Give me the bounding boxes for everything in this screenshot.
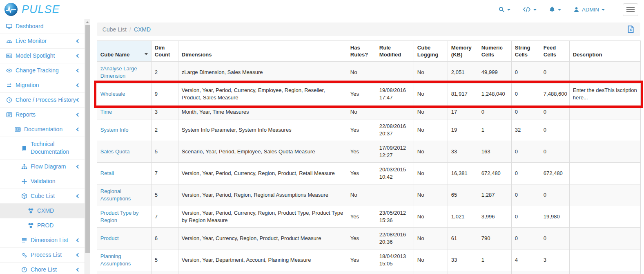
sidebar-item-label: Technical Documentation: [31, 140, 81, 156]
column-header-string-cells[interactable]: String Cells: [511, 41, 540, 62]
column-header-has-rules[interactable]: Has Rules?: [347, 41, 376, 62]
sidebar-item-model-spotlight[interactable]: Model Spotlight: [0, 49, 85, 63]
sidebar-item-technical-documentation[interactable]: Technical Documentation: [0, 137, 85, 159]
column-header-numeric-cells[interactable]: Numeric Cells: [478, 41, 511, 62]
cell-cube-name: Regional Assumptions: [97, 184, 151, 206]
sidebar-item-chore-list[interactable]: Chore List: [0, 263, 85, 274]
cell-string-cells: 0: [511, 163, 540, 184]
sidebar-item-documentation[interactable]: Documentation: [0, 122, 85, 137]
cell-memory-kb: 19: [448, 119, 478, 141]
chevron-left-icon: [76, 238, 80, 243]
newspaper-icon: [6, 53, 13, 59]
breadcrumb: Cube List / CXMD x: [97, 22, 640, 36]
newspaper-icon: [15, 126, 22, 133]
column-header-cube-name[interactable]: Cube Name: [97, 41, 151, 62]
cell-string-cells: 0: [511, 62, 540, 83]
sidebar-item-dimension-list[interactable]: Dimension List: [0, 233, 85, 248]
column-header-dimensions[interactable]: Dimensions: [178, 41, 347, 62]
chevron-left-icon: [76, 69, 80, 73]
cube-link[interactable]: Wholesale: [100, 91, 125, 97]
excel-export-icon[interactable]: x: [627, 25, 635, 33]
cell-numeric-cells: 1,248,040: [478, 83, 511, 105]
svg-text:x: x: [630, 27, 632, 32]
cube-table-header: Cube NameDim CountDimensionsHas Rules?Ru…: [97, 41, 640, 62]
sidebar-item-migration[interactable]: Migration: [0, 78, 85, 93]
cell-dim-count: 3: [151, 105, 178, 119]
chevron-down-icon: [507, 9, 510, 11]
sidebar-item-chore-process-history[interactable]: Chore / Process History: [0, 93, 85, 108]
chevron-left-icon: [76, 98, 80, 102]
sidebar-item-cxmd[interactable]: CXMD: [0, 204, 85, 218]
sidebar-item-validation[interactable]: Validation: [0, 174, 85, 189]
cell-cube-logging: No: [414, 141, 448, 163]
chevron-down-icon: [558, 9, 561, 11]
cell-string-cells: 0: [511, 206, 540, 228]
cube-link[interactable]: zAnalyse Large Dimension: [100, 65, 137, 79]
gauge-icon: [6, 38, 13, 44]
chevron-left-icon: [76, 128, 80, 132]
user-label: ADMIN: [582, 7, 599, 13]
cubes-icon: [28, 222, 35, 229]
cube-link[interactable]: Regional Assumptions: [100, 188, 131, 202]
sidebar-item-label: Flow Diagram: [31, 163, 77, 171]
cube-link[interactable]: Product Type by Region: [100, 210, 139, 223]
cell-cube-name: Product: [97, 228, 151, 249]
sort-desc-icon: [145, 53, 148, 55]
table-row: zAnalyse Large Dimension2zLarge Dimensio…: [97, 62, 640, 83]
cube-link[interactable]: Product: [100, 235, 119, 241]
cell-rule-modified: [376, 62, 414, 83]
sidebar-item-dashboard[interactable]: Dashboard: [0, 19, 85, 34]
breadcrumb-parent[interactable]: Cube List: [103, 26, 127, 33]
column-header-memory-kb[interactable]: Memory (KB): [448, 41, 478, 62]
sidebar-item-label: Process List: [31, 251, 77, 259]
column-header-feed-cells[interactable]: Feed Cells: [540, 41, 569, 62]
notifications-menu[interactable]: [549, 6, 561, 13]
menu-toggle-button[interactable]: [623, 3, 638, 16]
cell-dim-count: 5: [151, 141, 178, 163]
cell-memory-kb: 1,021: [448, 206, 478, 228]
sidebar-item-label: Model Spotlight: [16, 52, 77, 60]
cube-link[interactable]: Planning Assumptions: [100, 253, 131, 267]
cell-dimensions: Scenario, Year, Period, Employee, Sales …: [178, 141, 347, 163]
cube-link[interactable]: Sales Quota: [100, 148, 130, 155]
sidebar-item-process-list[interactable]: Process List: [0, 248, 85, 263]
cell-has-rules: No: [347, 184, 376, 206]
sidebar-menu: DashboardLive MonitorModel SpotlightChan…: [0, 19, 85, 274]
cell-cube-name: Retail: [97, 163, 151, 184]
cell-has-rules: Yes: [347, 141, 376, 163]
cell-memory-kb: 81,917: [448, 83, 478, 105]
sidebar-item-label: Live Monitor: [16, 37, 77, 45]
scrollbar-thumb[interactable]: [85, 25, 90, 253]
cell-description: [569, 163, 640, 184]
cell-has-rules: Yes: [347, 119, 376, 141]
table-row: General Ledger8Version, Year, Period, Cu…: [97, 271, 640, 274]
bars-icon: [21, 237, 28, 243]
code-menu[interactable]: [523, 7, 537, 12]
sidebar-item-live-monitor[interactable]: Live Monitor: [0, 34, 85, 49]
cell-description: [569, 206, 640, 228]
column-header-dim-count[interactable]: Dim Count: [151, 41, 178, 62]
chevron-left-icon: [76, 83, 80, 88]
user-menu[interactable]: ADMIN: [573, 7, 605, 13]
sidebar-item-reports[interactable]: Reports: [0, 108, 85, 122]
sidebar-item-flow-diagram[interactable]: Flow Diagram: [0, 159, 85, 174]
sidebar-scrollbar[interactable]: [85, 19, 90, 274]
column-header-description[interactable]: Description: [569, 41, 640, 62]
table-row: Sales Quota5Scenario, Year, Period, Empl…: [97, 141, 640, 163]
sidebar-item-cube-list[interactable]: Cube List: [0, 189, 85, 204]
cell-memory-kb: 33: [448, 141, 478, 163]
search-menu[interactable]: [498, 6, 510, 13]
cube-link[interactable]: System Info: [100, 127, 129, 133]
top-bar: PULSE ADMIN: [0, 0, 644, 19]
column-header-rule-modified[interactable]: Rule Modified: [376, 41, 414, 62]
sidebar-item-change-tracking[interactable]: Change Tracking: [0, 63, 85, 78]
sidebar-item-prod[interactable]: PROD: [0, 218, 85, 233]
cell-dim-count: 9: [151, 83, 178, 105]
sidebar-item-label: Validation: [31, 177, 81, 185]
cell-description: [569, 271, 640, 274]
clock-icon: [21, 267, 28, 273]
column-header-cube-logging[interactable]: Cube Logging: [414, 41, 448, 62]
scroll-up-arrow-icon[interactable]: [86, 21, 89, 23]
cube-link[interactable]: Retail: [100, 170, 114, 176]
cube-link[interactable]: Time: [100, 109, 112, 115]
